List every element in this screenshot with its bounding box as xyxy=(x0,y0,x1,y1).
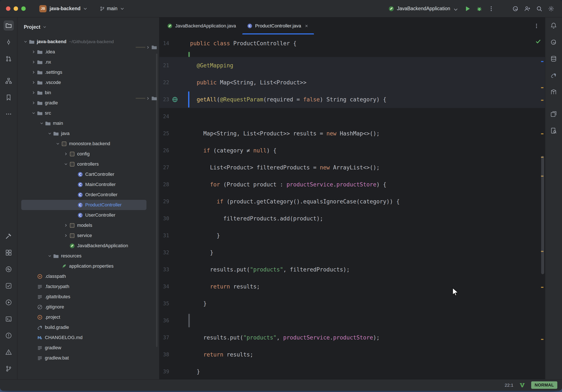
inspection-mark[interactable] xyxy=(541,133,543,134)
maven-tool-button[interactable] xyxy=(549,87,559,97)
line-number[interactable]: 26 xyxy=(159,142,169,159)
tree-twisty[interactable] xyxy=(55,141,60,146)
structure-tool-button[interactable] xyxy=(4,76,14,86)
tree-item-idea[interactable]: .idea xyxy=(21,47,146,57)
profiler-tool-button[interactable] xyxy=(4,264,14,274)
code-line-36[interactable]: 36 xyxy=(159,312,545,329)
tab-productcontroller-java[interactable]: CProductController.java xyxy=(241,17,315,35)
code-text[interactable]: public Map<String, List<Product>> xyxy=(169,74,306,91)
tree-twisty[interactable] xyxy=(47,131,52,136)
line-number[interactable]: 14 xyxy=(159,35,169,52)
tab-javabackendapplication-java[interactable]: JavaBackendApplication.java xyxy=(162,17,241,35)
code-text[interactable]: for (Product product : productService.pr… xyxy=(169,176,386,193)
tree-item-vscode[interactable]: .vscode xyxy=(21,77,146,88)
code-line-25[interactable]: 25 Map<String, List<Product>> results = … xyxy=(159,125,545,142)
code-text[interactable]: getAll(@RequestParam(required = false) S… xyxy=(169,91,386,108)
code-with-me-button[interactable] xyxy=(522,4,532,14)
tab-close-button[interactable] xyxy=(304,23,309,29)
endpoint-gutter-icon[interactable] xyxy=(172,96,178,103)
code-text[interactable]: } xyxy=(169,363,200,379)
code-text[interactable]: List<Product> filteredProducts = new Arr… xyxy=(169,159,380,176)
line-number[interactable]: 30 xyxy=(159,210,169,227)
documentation-tool-button[interactable] xyxy=(549,125,559,136)
tree-item-javabackendapplication[interactable]: JavaBackendApplication xyxy=(21,241,146,251)
line-number[interactable]: 24 xyxy=(159,108,169,125)
code-text[interactable]: } xyxy=(169,227,220,244)
tree-twisty[interactable] xyxy=(63,223,69,228)
database-tool-button[interactable] xyxy=(549,54,559,64)
code-text[interactable]: public class ProductController { xyxy=(169,35,296,52)
tree-twisty[interactable] xyxy=(63,162,69,167)
line-number[interactable]: 23 xyxy=(159,91,169,108)
tree-item-gradle[interactable]: gradle xyxy=(21,98,146,108)
code-line-23[interactable]: 23 getAll(@RequestParam(required = false… xyxy=(159,91,545,108)
notifications-tool-button[interactable] xyxy=(549,20,559,31)
tree-item-gitignore[interactable]: .gitignore xyxy=(21,302,146,312)
tree-item-bin[interactable]: bin xyxy=(21,88,146,98)
inspection-mark[interactable] xyxy=(541,100,543,101)
code-line-39[interactable]: 39 } xyxy=(159,363,545,379)
editor-body[interactable]: 14public class ProductController {21 @Ge… xyxy=(159,35,545,379)
tree-twisty[interactable] xyxy=(63,233,69,238)
tree-item-models[interactable]: models xyxy=(21,220,146,230)
code-text[interactable] xyxy=(169,312,190,329)
line-number[interactable]: 28 xyxy=(159,176,169,193)
tree-item-build[interactable]: build xyxy=(136,98,145,99)
tree-item-monostore-backend[interactable]: monostore.backend xyxy=(21,139,146,149)
ai-assistant-button[interactable] xyxy=(511,4,520,14)
tree-item-controllers[interactable]: controllers xyxy=(21,159,146,169)
settings-button[interactable] xyxy=(546,4,556,14)
code-line-28[interactable]: 28 for (Product product : productService… xyxy=(159,176,545,193)
code-line-31[interactable]: 31 } xyxy=(159,227,545,244)
line-number[interactable]: 33 xyxy=(159,261,169,278)
tree-twisty[interactable] xyxy=(145,96,151,101)
tree-item-java[interactable]: java xyxy=(21,128,146,139)
line-number[interactable]: 25 xyxy=(159,125,169,142)
more-tool-windows-tool-button[interactable] xyxy=(4,109,14,119)
code-text[interactable]: if (product.getCategory().equalsIgnoreCa… xyxy=(169,193,400,210)
terminal-tool-button[interactable] xyxy=(4,314,14,324)
code-text[interactable]: return results; xyxy=(169,346,253,363)
tree-twisty[interactable] xyxy=(31,90,36,95)
services-tool-button[interactable] xyxy=(4,248,14,258)
project-switcher[interactable]: java-backend xyxy=(49,6,88,12)
run-button[interactable] xyxy=(463,4,472,14)
tree-item-gradlew[interactable]: gradlew xyxy=(21,343,146,353)
tree-item-gradlew-bat[interactable]: gradlew.bat xyxy=(21,353,146,363)
code-line-29[interactable]: 29 if (product.getCategory().equalsIgnor… xyxy=(159,193,545,210)
project-folder-tool-button[interactable] xyxy=(4,20,14,31)
code-text[interactable]: results.put("products", filteredProducts… xyxy=(169,261,350,278)
editor-scrollbar[interactable] xyxy=(541,156,544,274)
code-line-14[interactable]: 14public class ProductController { xyxy=(159,35,545,52)
tree-twisty[interactable] xyxy=(31,110,36,116)
caret-position-widget[interactable]: 22:1 xyxy=(505,383,513,388)
tree-item-project[interactable]: .project xyxy=(21,312,146,322)
tree-twisty[interactable] xyxy=(63,151,69,156)
code-line-38[interactable]: 38 return results; xyxy=(159,346,545,363)
todo-tool-button[interactable] xyxy=(4,281,14,291)
tree-item-usercontroller[interactable]: CUserController xyxy=(21,210,146,220)
code-line-26[interactable]: 26 if (category ≠ null) { xyxy=(159,142,545,159)
version-control-tool-button[interactable] xyxy=(4,364,14,374)
tree-item-settings[interactable]: .settings xyxy=(21,67,146,77)
code-line-32[interactable]: 32 } xyxy=(159,244,545,261)
tree-item-build-gradle[interactable]: build.gradle xyxy=(21,322,146,333)
tree-item-productcontroller[interactable]: CProductController xyxy=(21,200,146,210)
code-line-22[interactable]: 22 public Map<String, List<Product>> xyxy=(159,74,545,91)
tree-twisty[interactable] xyxy=(31,59,36,65)
gradle-tool-button[interactable] xyxy=(549,70,559,80)
tree-item-resources[interactable]: resources xyxy=(21,251,146,261)
line-number[interactable]: 27 xyxy=(159,159,169,176)
tree-item-src[interactable]: src xyxy=(21,108,146,118)
run-tool-button[interactable] xyxy=(4,297,14,307)
tree-twisty[interactable] xyxy=(145,45,151,50)
tree-twisty[interactable] xyxy=(47,253,52,259)
tree-item-classpath[interactable]: .classpath xyxy=(21,271,146,282)
pull-requests-tool-button[interactable] xyxy=(4,54,14,64)
line-number[interactable]: 37 xyxy=(159,329,169,346)
code-line-30[interactable]: 30 filteredProducts.add(product); xyxy=(159,210,545,227)
run-configuration-selector[interactable]: JavaBackendApplication xyxy=(388,6,457,12)
commit-tool-button[interactable] xyxy=(4,37,14,47)
code-text[interactable]: @GetMapping xyxy=(169,57,233,74)
code-line-21[interactable]: 21 @GetMapping xyxy=(159,57,545,74)
